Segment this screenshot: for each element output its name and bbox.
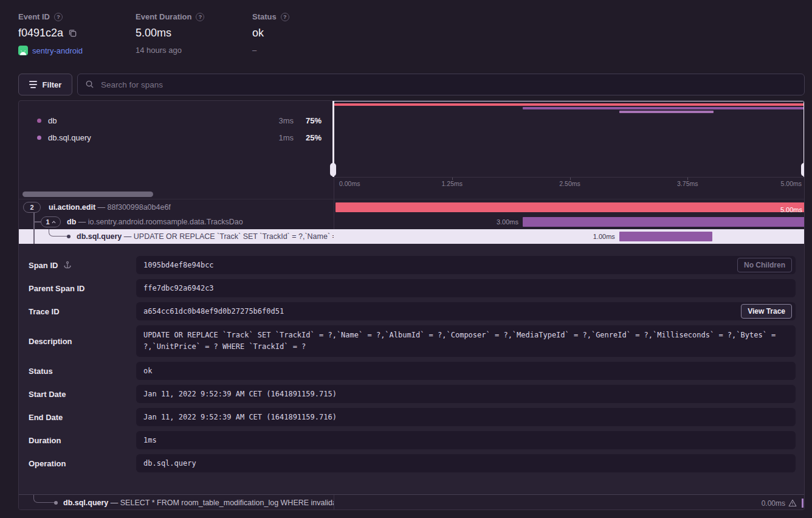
android-icon [18,46,28,55]
operations-legend: db3ms75%db.sql.query1ms25% [19,112,334,146]
axis-label: 2.50ms [559,180,580,187]
span-waterfall-panel: db3ms75%db.sql.query1ms25% 0.00ms1.25ms2… [18,100,805,510]
detail-row-description: DescriptionUPDATE OR REPLACE `Track` SET… [29,325,796,357]
no-children-button: No Children [737,258,792,272]
detail-field-value: db.sql.query [136,454,796,472]
chevron-up-icon [52,221,56,224]
detail-field-value: 1095bd4ef8e94bccNo Children [136,256,796,274]
copy-icon[interactable] [68,29,77,38]
detail-row-duration: Duration1ms [29,431,796,449]
detail-row-parent-span-id: Parent Span IDffe7dbc92a6942c3 [29,279,796,297]
detail-field-label: End Date [29,413,63,422]
tree-dot [54,501,58,505]
search-input[interactable] [77,74,805,95]
detail-field-value: a654cc61dc0b48ef9d0b27275b6f0d51View Tra… [136,302,796,320]
detail-field-label: Span ID [29,261,58,270]
detail-row-trace-id: Trace IDa654cc61dc0b48ef9d0b27275b6f0d51… [29,302,796,320]
anchor-icon[interactable] [63,261,72,269]
span-bar[interactable] [523,217,805,227]
legend-percentage: 75% [294,116,322,125]
minimap-bar-db.sql.query [619,111,714,113]
span-duration: 5.00ms [780,205,802,215]
detail-row-end-date: End DateJan 11, 2022 9:52:39 AM CET (164… [29,408,796,426]
children-count-pill[interactable]: 1 [41,216,61,227]
scrollbar-thumb[interactable] [22,192,153,197]
detail-field-label: Parent Span ID [29,284,84,293]
tree-elbow [49,229,69,237]
help-icon[interactable]: ? [54,13,63,21]
help-icon[interactable]: ? [281,13,289,21]
filter-button-label: Filter [43,80,62,89]
legend-duration: 1ms [264,133,294,142]
legend-item-db[interactable]: db3ms75% [19,112,334,129]
help-icon[interactable]: ? [196,13,204,21]
span-desc: — UPDATE OR REPLACE `Track` SET `TrackId… [124,232,334,241]
axis-tick [570,178,571,180]
event-id-label-row: Event ID ? [18,12,83,21]
legend-color-dot [37,136,41,140]
scrollbar-track[interactable] [19,189,805,199]
status-value: ok [252,27,264,40]
detail-field-value: UPDATE OR REPLACE `Track` SET `TrackId` … [136,325,796,357]
span-row-db[interactable]: 1 db — io.sentry.android.roomsample.data… [19,215,805,229]
detail-field-value: ok [136,362,796,380]
toolbar: Filter [18,74,805,95]
search-icon [85,80,94,89]
event-duration-label: Event Duration [136,12,191,21]
tree-branch [33,221,41,223]
span-row-ui-action-edit[interactable]: 2 ui.action.edit — 88f300998a0b4e6f 5.00… [19,200,805,215]
event-id-value: f0491c2a [18,27,63,40]
legend-percentage: 25% [294,133,322,142]
span-bar[interactable]: 5.00ms [335,202,805,212]
detail-row-status: Statusok [29,362,796,380]
children-count: 2 [30,204,33,211]
status-column: Status ? ok – [252,12,289,55]
warning-icon [788,499,797,507]
legend-item-db.sql.query[interactable]: db.sql.query1ms25% [19,129,334,146]
detail-field-label: Status [29,367,53,376]
detail-field-value: ffe7dbc92a6942c3 [136,279,796,297]
span-detail-pane: Span ID1095bd4ef8e94bccNo ChildrenParent… [19,244,805,494]
span-duration: 3.00ms [497,217,518,227]
minimap[interactable] [334,101,805,177]
span-duration: 1.00ms [593,232,615,241]
detail-field-value: 1ms [136,431,796,449]
children-count-pill[interactable]: 2 [23,202,41,213]
minimap-bar-ui.action.edit [334,103,805,106]
span-duration: 0.00ms [762,499,785,508]
project-link[interactable]: sentry-android [32,46,83,55]
minimap-left-grip[interactable] [330,163,336,176]
detail-row-operation: Operationdb.sql.query [29,454,796,472]
legend-color-dot [37,119,41,123]
event-id-label: Event ID [18,12,50,21]
time-axis: 0.00ms1.25ms2.50ms3.75ms5.00ms [334,177,805,189]
legend-op-label: db [48,116,264,125]
minimap-right-grip[interactable] [801,163,805,176]
filter-button[interactable]: Filter [18,74,72,95]
span-desc: — io.sentry.android.roomsample.data.Trac… [78,218,243,226]
span-row-db-sql-query-selected[interactable]: db.sql.query — UPDATE OR REPLACE `Track`… [19,229,805,244]
span-row-db-sql-query-select[interactable]: db.sql.query — SELECT * FROM room_table_… [19,494,805,510]
view-trace-button[interactable]: View Trace [741,304,792,319]
axis-tick [452,178,453,180]
legend-op-label: db.sql.query [48,133,264,142]
span-op: db.sql.query [63,499,108,507]
span-desc: — 88f300998a0b4e6f [98,203,171,212]
tree-elbow [33,495,55,503]
axis-label: 5.00ms [781,180,802,187]
status-sub: – [252,46,256,55]
detail-field-label: Duration [29,436,61,445]
tree-dot [67,235,71,238]
span-op: db [67,218,76,226]
tree-bar-divider [334,495,334,510]
detail-row-start-date: Start DateJan 11, 2022 9:52:39 AM CET (1… [29,385,796,403]
minimap-bar-db [523,107,805,109]
children-count: 1 [46,218,49,226]
span-bar[interactable] [619,232,712,241]
span-op: db.sql.query [77,232,122,241]
axis-label: 1.25ms [442,180,463,187]
detail-row-span-id: Span ID1095bd4ef8e94bccNo Children [29,256,796,274]
axis-tick [687,178,688,180]
legend-duration: 3ms [264,116,294,125]
detail-field-label: Trace ID [29,307,60,316]
